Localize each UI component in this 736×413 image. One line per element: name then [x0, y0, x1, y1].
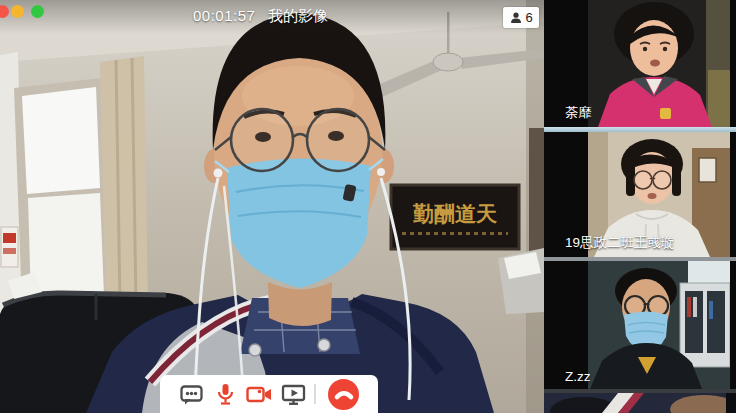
participant-count-badge[interactable]: 6 [503, 7, 539, 28]
jacket-button [249, 344, 261, 356]
participant-tile-2[interactable]: 19思政二班王彧璇 [544, 132, 736, 257]
window-pane-upper [22, 87, 100, 194]
participant-video-3 [588, 261, 730, 389]
phone-hangup-icon [333, 383, 355, 405]
meeting-window: 00:01:57 我的影像 6 勤酬道天 的 [0, 0, 736, 413]
screen-share-button[interactable] [276, 379, 310, 409]
main-video-tile[interactable]: 00:01:57 我的影像 6 勤酬道天 [0, 0, 544, 413]
participant-name: Z.zz [565, 369, 591, 384]
chat-button[interactable] [174, 379, 208, 409]
window-pane-lower [28, 193, 104, 301]
call-control-bar [160, 375, 378, 413]
chat-bubble-icon [178, 381, 205, 408]
glasses [634, 171, 652, 189]
screen-share-icon [280, 381, 307, 408]
end-call-button[interactable] [328, 379, 359, 410]
participant-tile-3[interactable]: Z.zz [544, 261, 736, 389]
camera-button[interactable] [242, 379, 276, 409]
photo-frame [699, 158, 716, 182]
person-icon [509, 11, 523, 25]
microphone-icon [212, 381, 239, 408]
control-divider [314, 384, 316, 404]
curtain [100, 56, 148, 306]
calligraphy-text: 勤酬道天 [394, 193, 516, 235]
jacket-button [318, 339, 330, 351]
participant-name: 19思政二班王彧璇 [565, 234, 675, 252]
participants-sidebar: 的 [544, 0, 736, 413]
main-video-label: 我的影像 [268, 7, 328, 26]
participant-count: 6 [525, 10, 532, 25]
participant-tile-4-partial[interactable] [544, 393, 736, 413]
participant-tile-1[interactable]: 荼靡 [544, 0, 736, 127]
microphone-button[interactable] [208, 379, 242, 409]
call-timer: 00:01:57 [193, 7, 255, 24]
participant-video-1 [588, 0, 730, 127]
participant-name: 荼靡 [565, 104, 592, 122]
video-camera-icon [245, 381, 273, 408]
calligraphy-subtext-line [402, 232, 508, 235]
window-minimize-button[interactable] [11, 5, 24, 18]
window-zoom-button[interactable] [31, 5, 44, 18]
